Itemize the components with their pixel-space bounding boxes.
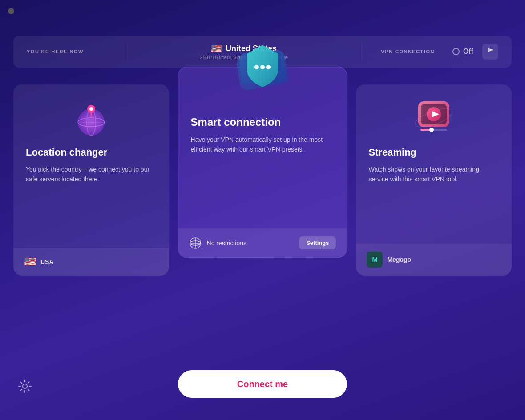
location-flag: 🇺🇸 (24, 256, 36, 268)
streaming-footer: M Megogo (356, 244, 512, 276)
toggle-state: Off (463, 48, 473, 56)
svg-point-10 (266, 65, 271, 69)
location-section: YOU'RE HERE NOW (27, 49, 107, 54)
flag-button[interactable] (482, 44, 498, 60)
location-changer-title: Location changer (26, 147, 157, 158)
connect-me-button[interactable]: Connect me (178, 370, 347, 398)
streaming-title: Streaming (368, 147, 499, 158)
smart-connection-footer: No restrictions Settings (178, 228, 347, 257)
no-restrictions-globe-icon (189, 237, 202, 249)
globe-location-icon (71, 98, 111, 138)
location-country: USA (40, 258, 54, 265)
no-restrictions-text: No restrictions (207, 240, 294, 247)
megogo-logo: M (367, 252, 383, 268)
traffic-light-dot (8, 8, 14, 14)
smart-connection-icon (229, 40, 296, 98)
svg-point-8 (254, 65, 259, 69)
location-label: YOU'RE HERE NOW (27, 49, 107, 54)
location-changer-desc: You pick the country – we connect you to… (26, 164, 157, 184)
settings-gear-button[interactable] (18, 379, 32, 393)
smart-connection-desc: Have your VPN automatically set up in th… (191, 135, 335, 155)
gear-icon (18, 379, 32, 393)
divider-right (363, 43, 363, 60)
flag-icon (486, 48, 494, 56)
svg-point-9 (260, 65, 265, 69)
location-changer-card[interactable]: Location changer You pick the country – … (13, 84, 169, 276)
settings-button[interactable]: Settings (299, 236, 336, 249)
vpn-label: VPN CONNECTION (381, 49, 435, 54)
smart-connection-card[interactable]: Smart connection Have your VPN automatic… (178, 67, 347, 258)
streaming-desc: Watch shows on your favorite streaming s… (368, 164, 499, 184)
country-flag: 🇺🇸 (211, 43, 222, 54)
svg-point-5 (89, 107, 93, 111)
streaming-icon (414, 98, 454, 138)
svg-point-23 (23, 384, 27, 388)
streaming-service-name: Megogo (387, 256, 411, 263)
card-icon-streaming (368, 98, 499, 138)
toggle-row[interactable]: Off (452, 48, 473, 56)
shield-icon-container (229, 40, 296, 98)
divider-left (125, 43, 125, 60)
streaming-card[interactable]: Streaming Watch shows on your favorite s… (356, 84, 512, 276)
svg-point-21 (429, 128, 434, 132)
card-icon-location (26, 98, 157, 138)
vpn-section: VPN CONNECTION Off (381, 44, 498, 60)
smart-connection-title: Smart connection (191, 116, 335, 128)
cards-area: Location changer You pick the country – … (13, 84, 512, 276)
toggle-indicator (452, 48, 460, 55)
location-footer: 🇺🇸 USA (13, 248, 169, 276)
